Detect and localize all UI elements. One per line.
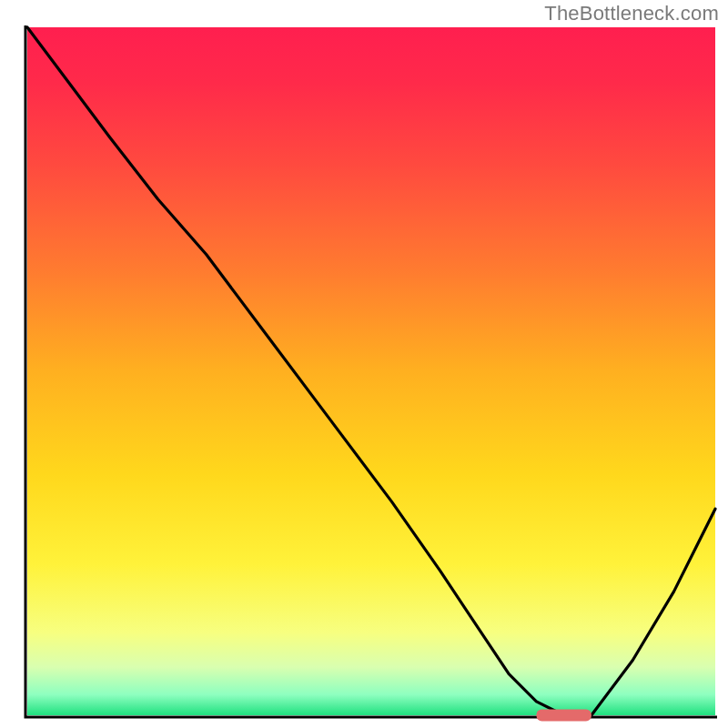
bottleneck-chart: TheBottleneck.com xyxy=(0,0,728,728)
watermark-text: TheBottleneck.com xyxy=(544,2,719,25)
plot-background xyxy=(27,27,715,715)
optimal-marker xyxy=(536,710,591,722)
chart-svg xyxy=(0,0,728,728)
